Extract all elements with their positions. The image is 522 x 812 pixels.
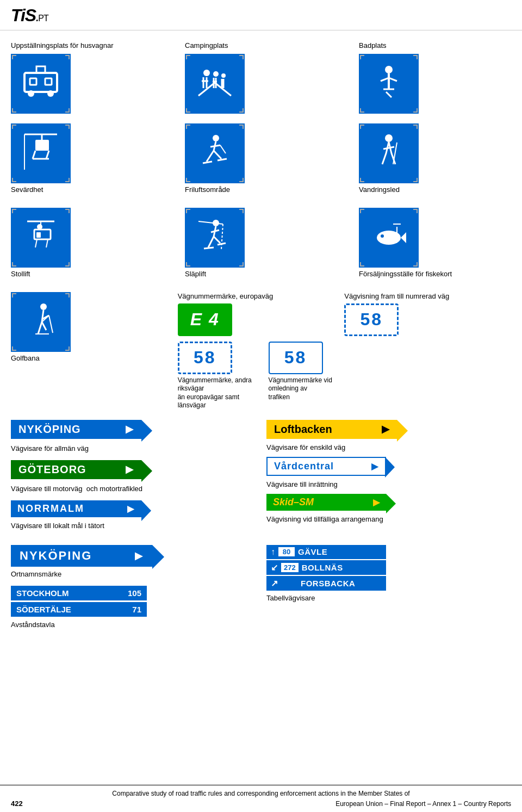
sign-cell-stollift: Stollift xyxy=(11,208,163,282)
sign-fiskekort xyxy=(359,208,419,268)
main-content: Uppställningsplats för husvagnar Camping… xyxy=(0,30,522,648)
svg-rect-9 xyxy=(35,140,49,151)
sign-cell-uppstallningsplats: Uppställningsplats för husvagnar xyxy=(11,41,163,114)
svg-point-3 xyxy=(28,90,34,97)
header: TiS.PT xyxy=(0,0,522,30)
sign-cell-golfbana: Golfbana xyxy=(11,292,178,367)
bottom-signs-section: NYKÖPING ▶ Ortnamnsmärke STOCKHOLM105 SÖ… xyxy=(11,545,511,633)
sign-label-vandringsled: Vandringsled xyxy=(359,185,511,195)
svg-point-10 xyxy=(213,135,219,141)
svg-point-7 xyxy=(221,73,226,78)
sign-58-dashed: 58 xyxy=(178,342,232,374)
sign-göteborg: GÖTEBORG ▶ xyxy=(11,460,141,479)
svg-point-5 xyxy=(203,70,210,76)
sign-label-europavag: Vägnummermärke, europaväg xyxy=(178,292,274,301)
sign-cell-badplats: Badplats xyxy=(359,41,511,114)
svg-point-11 xyxy=(385,134,393,142)
sign-label-sevardhet: Sevärdhet xyxy=(11,185,163,195)
sign-label-fiskekort: Försäljningsställe för fiskekort xyxy=(359,270,511,279)
sign-vandringsled xyxy=(359,123,419,183)
sign-e4: E 4 xyxy=(178,303,232,336)
sign-label-badplats: Badplats xyxy=(359,41,511,51)
footer-line2: 422 European Union – Final Report – Anne… xyxy=(11,799,511,808)
svg-point-4 xyxy=(47,90,54,97)
direction-signs-section: NYKÖPING ▶ Vägvisare för allmän väg GÖTE… xyxy=(11,420,511,535)
sign-label-ortnamn: Ortnamnsmärke xyxy=(11,570,256,579)
sign-cell-friluftsomrade: Friluftsområde xyxy=(185,123,337,198)
sign-norrmalm: NORRMALM ▶ xyxy=(11,500,141,517)
sign-row-3: Stollift Släplift xyxy=(11,208,511,282)
sign-label-58-outline: Vägnummermärke vid omledning av trafiken xyxy=(269,376,345,402)
sign-label-friluftsomrade: Friluftsområde xyxy=(185,185,337,195)
sign-cell-campingplats: Campingplats xyxy=(185,41,337,114)
footer: Comparative study of road traffic rules … xyxy=(0,785,522,812)
sign-badplats xyxy=(359,54,419,114)
route-signs-col: Vägnummermärke, europaväg E 4 58 Vägnumm… xyxy=(178,292,345,410)
table-row-bollnas: ↙ 272 BOLLNÄS xyxy=(266,560,386,575)
sign-label-golfbana: Golfbana xyxy=(11,354,178,363)
distance-row-södertälje: SÖDERTÄLJE71 xyxy=(11,602,147,617)
sign-row-2: Sevärdhet Friluftsområde xyxy=(11,123,511,198)
sign-label-motorvag: Vägvisare till motorväg och motortrafikl… xyxy=(11,485,256,494)
camping-icon xyxy=(193,62,237,106)
sign-friluftsomrade xyxy=(185,123,245,183)
motorhome-icon xyxy=(19,62,63,106)
sign-label-uppstallningsplats: Uppställningsplats för husvagnar xyxy=(11,41,163,51)
place-signs-col: NYKÖPING ▶ Ortnamnsmärke STOCKHOLM105 SÖ… xyxy=(11,545,256,633)
svg-rect-1 xyxy=(30,78,36,85)
table-sign: ↑ 80 GÄVLE ↙ 272 BOLLNÄS ↗ FORSBACKA xyxy=(266,545,386,592)
sign-label-lokalt: Vägvisare till lokalt mål i tätort xyxy=(11,522,256,531)
logo: TiS.PT xyxy=(11,5,48,26)
sign-cell-sevardhet: Sevärdhet xyxy=(11,123,163,198)
sign-vardcentral: Vårdcentral ▶ xyxy=(266,457,386,476)
sign-nyköping: NYKÖPING ▶ xyxy=(11,420,141,439)
hiking-icon xyxy=(367,132,411,175)
sign-58-fram-col: Vägvisning fram till numrerad väg 58 xyxy=(344,292,511,336)
sign-label-stollift: Stollift xyxy=(11,270,163,279)
svg-point-13 xyxy=(37,224,42,230)
footer-page-number: 422 xyxy=(11,799,23,808)
distance-row-stockholm: STOCKHOLM105 xyxy=(11,586,147,600)
swimming-icon xyxy=(367,62,411,106)
svg-point-6 xyxy=(213,71,219,77)
svg-rect-14 xyxy=(36,232,41,238)
sign-58-fram: 58 xyxy=(344,303,399,336)
svg-point-18 xyxy=(381,234,384,238)
svg-point-8 xyxy=(385,66,393,73)
table-row-forsbacka: ↗ FORSBACKA xyxy=(266,576,386,591)
sign-label-enskild: Vägvisare för enskild väg xyxy=(266,443,511,453)
sign-label-slaплift: Släplift xyxy=(185,270,337,279)
sign-label-inrattning: Vägvisare till inrättning xyxy=(266,480,511,489)
sign-58-outline: 58 xyxy=(269,342,323,374)
sign-sevardhet xyxy=(11,123,71,183)
sign-label-avstand: Avståndstavla xyxy=(11,621,256,630)
sign-loftbacken: Loftbacken ▶ xyxy=(266,420,397,439)
sign-label-campingplats: Campingplats xyxy=(185,41,337,51)
dir-signs-left: NYKÖPING ▶ Vägvisare för allmän väg GÖTE… xyxy=(11,420,256,535)
sign-label-tillfälliga: Vägvisning vid tillfälliga arrangemang xyxy=(266,515,511,524)
sign-cell-vandringsled: Vandringsled xyxy=(359,123,511,198)
sign-ortnamn-nyköping: NYKÖPING ▶ xyxy=(11,545,152,567)
skilift-icon xyxy=(193,216,237,259)
table-sign-col: ↑ 80 GÄVLE ↙ 272 BOLLNÄS ↗ FORSBACKA Tab… xyxy=(266,545,511,606)
sign-label-58-fram: Vägvisning fram till numrerad väg xyxy=(344,292,449,301)
sign-golfbana xyxy=(11,292,71,352)
logo-text: TiS.PT xyxy=(11,5,48,25)
sign-campingplats xyxy=(185,54,245,114)
sightseeing-icon xyxy=(19,132,63,175)
golf-icon xyxy=(19,300,63,344)
outdoor-icon xyxy=(193,132,237,175)
sign-label-58-dashed: Vägnummermärke, andra riksvägar än europ… xyxy=(178,376,252,410)
sign-cell-fiskekort: Försäljningsställe för fiskekort xyxy=(359,208,511,282)
sign-label-allman-vag: Vägvisare för allmän väg xyxy=(11,444,256,454)
sign-label-tabellvagvisare: Tabellvägvisare xyxy=(266,594,511,603)
sign-slaплift xyxy=(185,208,245,268)
footer-right-text: European Union – Final Report – Annex 1 … xyxy=(335,800,511,808)
dir-signs-right: Loftbacken ▶ Vägvisare för enskild väg V… xyxy=(266,420,511,535)
table-row-gavle: ↑ 80 GÄVLE xyxy=(266,545,386,559)
sign-uppstallningsplats xyxy=(11,54,71,114)
footer-line1: Comparative study of road traffic rules … xyxy=(11,790,511,797)
svg-rect-2 xyxy=(45,78,52,85)
sign-row-1: Uppställningsplats för husvagnar Camping… xyxy=(11,41,511,114)
svg-point-19 xyxy=(40,303,47,310)
